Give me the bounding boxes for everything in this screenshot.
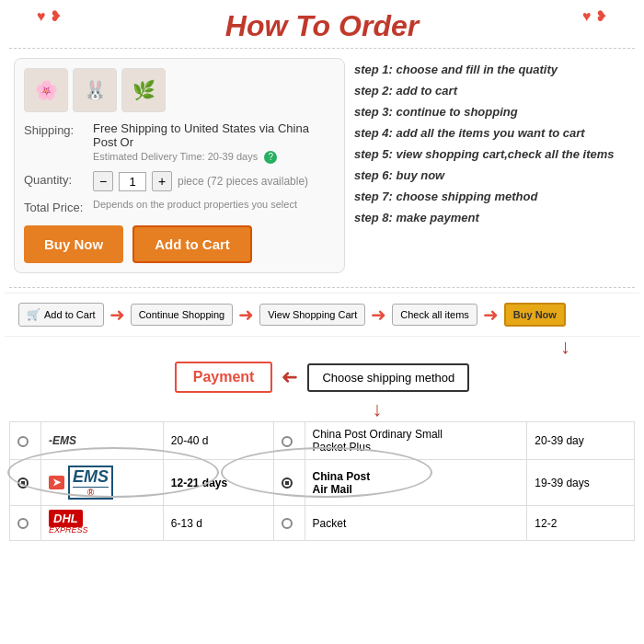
cart-icon: 🛒: [27, 308, 40, 321]
steps-panel: step 1: choose and fill in the quatity s…: [354, 58, 630, 273]
arrow-to-table: ↓: [0, 397, 644, 421]
product-thumb-1[interactable]: 🌸: [24, 68, 68, 112]
choose-shipping-button[interactable]: Choose shipping method: [307, 363, 469, 392]
flow-continue-label: Continue Shopping: [139, 309, 225, 320]
carrier-cell-1b: China Post Ordinary SmallPacket Plus: [305, 422, 527, 460]
radio-3[interactable]: [17, 518, 29, 529]
add-to-cart-button[interactable]: Add to Cart: [132, 225, 252, 263]
product-thumb-3[interactable]: 🌿: [121, 68, 166, 112]
quantity-value: − + piece (72 pieces available): [93, 171, 335, 191]
product-images: 🌸 🐰 🌿: [24, 68, 335, 112]
buy-now-button[interactable]: Buy Now: [24, 225, 123, 263]
table-row: ➤ EMS® 12-21 days China PostAir Mail 19-…: [10, 460, 635, 506]
days-cell-2: 12-21 days: [163, 460, 273, 506]
step-7: step 7: choose shipping method: [354, 190, 630, 203]
table-row: DHL EXPRESS 6-13 d Packet 12-2: [10, 506, 635, 541]
total-price-value: Depends on the product properties you se…: [93, 199, 335, 210]
flow-buy-now-label: Buy Now: [513, 309, 557, 320]
quantity-stepper: − + piece (72 pieces available): [93, 171, 335, 191]
delivery-info-icon[interactable]: ?: [264, 151, 277, 164]
shipping-text: Free Shipping to United States via China…: [93, 121, 335, 149]
table-row: -EMS 20-40 d China Post Ordinary SmallPa…: [10, 422, 635, 460]
ems-arrow: ➤: [49, 476, 64, 489]
arrow-down-to-table-icon: ↓: [373, 397, 383, 421]
step-3: step 3: continue to shopping: [354, 105, 630, 119]
flow-continue-shopping-button[interactable]: Continue Shopping: [131, 304, 234, 326]
carrier-cell-3b: Packet: [305, 506, 527, 541]
flow-buy-now-button[interactable]: Buy Now: [504, 303, 566, 327]
total-price-label: Total Price:: [24, 199, 93, 214]
arrow-left-icon: ➜: [282, 365, 298, 389]
step-6: step 6: buy now: [354, 168, 630, 182]
arrow-down-icon: ↓: [560, 337, 570, 357]
shipping-value: Free Shipping to United States via China…: [93, 121, 335, 164]
carrier-cell-1: -EMS: [41, 422, 164, 460]
days-cell-1b: 20-39 day: [527, 422, 635, 460]
arrow-down-section: ↓: [0, 337, 644, 357]
flow-arrow-2: ➜: [238, 304, 254, 326]
flow-view-label: View Shopping Cart: [268, 309, 357, 320]
flow-diagram: 🛒 Add to Cart ➜ Continue Shopping ➜ View…: [5, 293, 639, 337]
shipping-table: -EMS 20-40 d China Post Ordinary SmallPa…: [9, 421, 635, 541]
payment-area: Payment ➜ Choose shipping method: [0, 357, 644, 397]
shipping-label: Shipping:: [24, 121, 93, 137]
radio-cell-1[interactable]: [10, 422, 41, 460]
radio-3b[interactable]: [282, 518, 293, 529]
product-panel: 🌸 🐰 🌿 Shipping: Free Shipping to United …: [14, 58, 345, 273]
radio-1[interactable]: [17, 436, 29, 447]
carrier-cell-2: ➤ EMS®: [41, 460, 164, 506]
product-thumb-2[interactable]: 🐰: [73, 68, 117, 112]
radio-cell-3b[interactable]: [273, 506, 305, 541]
carrier-cell-3: DHL EXPRESS: [41, 506, 164, 541]
step-8: step 8: make payment: [354, 211, 630, 224]
days-cell-1: 20-40 d: [163, 422, 273, 460]
qty-decrease-button[interactable]: −: [93, 171, 113, 191]
radio-2[interactable]: [17, 477, 29, 489]
total-price-row: Total Price: Depends on the product prop…: [24, 199, 335, 214]
radio-cell-3[interactable]: [10, 506, 41, 541]
divider-1: [9, 287, 635, 288]
radio-cell-2b[interactable]: [273, 460, 305, 506]
deco-right: ♥ ❥: [582, 7, 607, 25]
flow-check-label: Check all items: [400, 309, 469, 320]
payment-button[interactable]: Payment: [175, 362, 273, 393]
step-4: step 4: add all the items you want to ca…: [354, 126, 630, 140]
step-5: step 5: view shopping cart,check all the…: [354, 147, 630, 161]
qty-input[interactable]: [119, 172, 146, 191]
radio-cell-2[interactable]: [10, 460, 41, 506]
radio-cell-1b[interactable]: [273, 422, 305, 460]
shipping-note: Estimated Delivery Time: 20-39 days ?: [93, 151, 335, 164]
page-header: ♥ ❥ How To Order ♥ ❥: [9, 0, 635, 49]
flow-add-to-cart-button[interactable]: 🛒 Add to Cart: [18, 303, 104, 327]
quantity-label: Quantity:: [24, 171, 93, 187]
flow-check-items-button[interactable]: Check all items: [392, 304, 477, 326]
dhl-subtitle: EXPRESS: [49, 525, 155, 535]
radio-2b[interactable]: [282, 477, 293, 489]
flow-arrow-1: ➜: [109, 304, 125, 326]
page-title: How To Order: [225, 9, 419, 43]
radio-1b[interactable]: [282, 436, 293, 447]
carrier-cell-2b: China PostAir Mail: [305, 460, 527, 506]
flow-view-cart-button[interactable]: View Shopping Cart: [259, 304, 365, 326]
quantity-row: Quantity: − + piece (72 pieces available…: [24, 171, 335, 191]
action-buttons: Buy Now Add to Cart: [24, 225, 335, 263]
days-cell-2b: 19-39 days: [527, 460, 635, 506]
step-1: step 1: choose and fill in the quatity: [354, 63, 630, 76]
shipping-table-section: -EMS 20-40 d China Post Ordinary SmallPa…: [0, 421, 644, 541]
main-content: 🌸 🐰 🌿 Shipping: Free Shipping to United …: [0, 49, 644, 282]
days-cell-3: 6-13 d: [163, 506, 273, 541]
flow-add-to-cart-label: Add to Cart: [44, 309, 96, 320]
ems-logo: EMS®: [68, 466, 113, 500]
days-cell-3b: 12-2: [527, 506, 635, 541]
flow-arrow-3: ➜: [371, 304, 386, 326]
step-2: step 2: add to cart: [354, 84, 630, 98]
qty-increase-button[interactable]: +: [152, 171, 172, 191]
qty-available: piece (72 pieces available): [178, 175, 308, 188]
deco-left: ♥ ❥: [37, 7, 62, 25]
shipping-row: Shipping: Free Shipping to United States…: [24, 121, 335, 164]
flow-arrow-4: ➜: [483, 304, 499, 326]
